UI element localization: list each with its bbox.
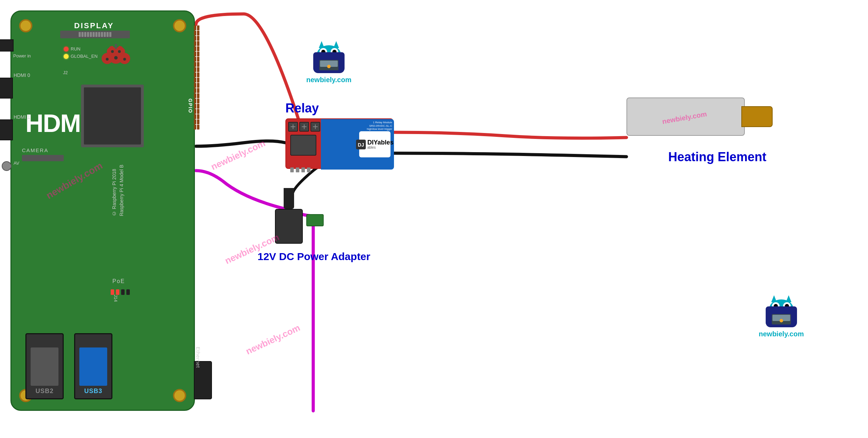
bottom-right-owl-container: newbiely.com [759, 299, 804, 338]
watermark-relay-3: newbiely.com [244, 322, 302, 357]
screw-term-1 [288, 122, 298, 132]
av-port [2, 161, 11, 171]
diy-logo-text: DIYables [367, 139, 393, 146]
power-in-port [0, 39, 14, 52]
hdmi1-port [0, 119, 13, 140]
relay-bottom-pins [290, 167, 310, 172]
watermark-relay-1: newbiely.com [209, 138, 267, 172]
poe-pin-1 [111, 289, 114, 295]
usb-group: USB2 USB3 [25, 333, 112, 399]
screw-term-3 [310, 122, 320, 132]
display-label: DISPLAY [74, 21, 114, 30]
diagram-container: Power in DISPLAY J2 RUN GLOBAL_EN [0, 0, 868, 438]
relay-pin-1 [290, 167, 294, 172]
relay-owl-group: newbiely.com [306, 45, 352, 84]
svg-point-12 [114, 56, 118, 60]
relay-pin-2 [296, 167, 299, 172]
led-run [64, 47, 69, 52]
relay-owl-bg [313, 52, 345, 73]
j14-label: J14 [113, 295, 118, 302]
usb2-port: USB2 [25, 333, 64, 399]
j2-label: J2 [63, 70, 68, 75]
svg-text:DJ: DJ [358, 142, 364, 148]
relay-board: DJ DIYables ables 1 Relay ModuleSRD-05VD… [285, 118, 393, 169]
owl-bottom-right: newbiely.com [759, 299, 804, 338]
power-adapter [275, 188, 303, 244]
rpi-board: Power in DISPLAY J2 RUN GLOBAL_EN [10, 10, 195, 411]
poe-label: PoE [112, 278, 125, 284]
poe-connector [111, 289, 130, 295]
hdmi0-port [0, 78, 13, 99]
relay-pin-3 [301, 167, 305, 172]
relay-owl-ear-right [333, 41, 339, 48]
cpu-chip [81, 85, 144, 147]
hdmi-main-label: HDMI [25, 109, 87, 138]
bottom-right-owl-dot [780, 319, 783, 322]
diy-logo-sub: ables [367, 146, 393, 149]
rpi-text: © Raspberry Pi 2018 Raspberry Pi 4 Model… [111, 165, 125, 216]
mount-hole-tl [19, 19, 32, 32]
display-connector [60, 31, 130, 38]
gpio-label: GPIO [188, 99, 193, 114]
relay-owl-body [311, 45, 346, 73]
heating-body: newbiely.com [626, 97, 745, 136]
mount-hole-tr [173, 19, 186, 32]
relay-diy-logo: DJ DIYables ables [359, 131, 390, 157]
relay-owl-container: newbiely.com [306, 45, 352, 84]
cpu-chip-inner [84, 87, 141, 144]
watermark-heat: newbiely.com [662, 110, 708, 126]
usb3-label: USB3 [84, 388, 102, 395]
watermark-rpi: newbiely.com [44, 160, 104, 201]
relay-owl-ear-left [319, 41, 324, 48]
usb2-inner [31, 347, 58, 386]
svg-point-11 [123, 58, 126, 61]
screw-term-2 [299, 122, 309, 132]
ethernet-label: Ethernet [195, 347, 201, 368]
relay-title: Relay [285, 101, 319, 116]
bottom-right-owl-ear-right [786, 295, 791, 302]
gpio-strip [194, 25, 200, 297]
poe-pin-4 [126, 289, 130, 295]
led-group: RUN GLOBAL_EN [64, 46, 97, 59]
relay-blue-section: DJ DIYables ables 1 Relay ModuleSRD-05VD… [321, 119, 394, 170]
relay-srd-label: 1 Relay ModuleSRD-05VDC-SL-Chigh/low lev… [367, 121, 392, 131]
usb3-inner [79, 347, 107, 386]
adapter-plug [284, 188, 294, 209]
relay-owl-site: newbiely.com [306, 76, 352, 84]
poe-pin-3 [121, 289, 125, 295]
led-global [64, 54, 69, 59]
relay-coil [290, 135, 316, 156]
poe-pin-2 [116, 289, 119, 295]
mount-hole-br [173, 389, 186, 402]
power-adapter-label: 12V DC Power Adapter [258, 251, 370, 263]
power-in-label: Power in [13, 53, 31, 58]
relay-owl-dot [327, 65, 331, 68]
svg-point-8 [111, 50, 114, 53]
camera-label: CAMERA [22, 147, 48, 153]
diy-icon: DJ [356, 140, 366, 149]
green-terminal [306, 214, 324, 226]
heating-element-label: Heating Element [668, 150, 766, 164]
bottom-right-owl-bg [766, 306, 797, 327]
usb2-label: USB2 [35, 388, 54, 395]
bottom-right-owl-site: newbiely.com [759, 330, 804, 338]
relay-pin-4 [307, 167, 310, 172]
rpi-logo [93, 41, 139, 86]
adapter-body [275, 209, 303, 244]
heating-connector-end [741, 106, 773, 127]
usb3-port: USB3 [74, 333, 112, 399]
av-label: AV [14, 161, 19, 166]
svg-point-9 [118, 50, 121, 53]
rpi-model: Raspberry Pi 4 Model B [118, 165, 125, 216]
relay-screw-terminals [288, 122, 320, 132]
svg-point-10 [106, 58, 109, 61]
hdmi1-label: HDMI 1 [14, 114, 30, 120]
hdmi0-label: HDMI 0 [14, 72, 30, 78]
bottom-right-owl-body [764, 299, 799, 327]
heating-element-component: newbiely.com [626, 94, 773, 139]
rpi-copyright: © Raspberry Pi 2018 [111, 165, 118, 216]
camera-connector [22, 155, 64, 161]
led-run-label: RUN [71, 46, 80, 52]
svg-rect-13 [115, 44, 117, 49]
bottom-right-owl-ear-left [771, 295, 777, 302]
